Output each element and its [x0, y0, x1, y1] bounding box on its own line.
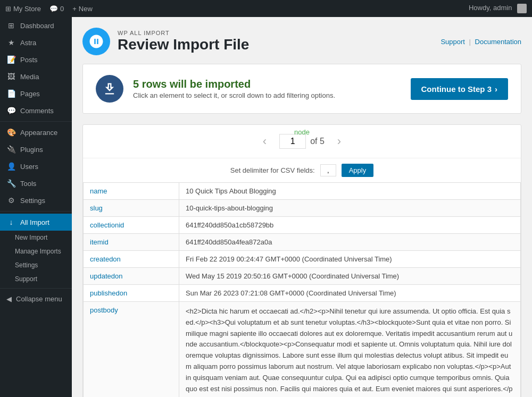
sidebar-label-users: Users [20, 163, 38, 171]
sidebar-item-users[interactable]: 👤 Users [0, 158, 72, 175]
new-import-label: New Import [15, 234, 47, 241]
table-row: updatedonWed May 15 2019 20:50:16 GMT+00… [84, 268, 521, 285]
field-value-cell: 641ff240dd850a4fea872a0a [179, 234, 521, 251]
support-link[interactable]: Support [440, 38, 465, 46]
settings-icon: ⚙ [6, 196, 16, 205]
sidebar-label-pages: Pages [20, 90, 40, 98]
download-icon [102, 81, 117, 96]
field-name-cell[interactable]: itemid [84, 234, 179, 251]
sidebar-subitem-new-import[interactable]: New Import [0, 231, 72, 244]
wp-icon: ⊞ [5, 5, 11, 13]
sidebar-label-media: Media [20, 73, 39, 81]
new-label: New [79, 5, 93, 13]
sidebar-label-tools: Tools [20, 180, 36, 188]
continue-btn-label: Continue to Step 3 [421, 85, 492, 94]
field-name-cell[interactable]: updatedon [84, 268, 179, 285]
sidebar-label-all-import: All Import [20, 218, 49, 226]
field-name-cell[interactable]: publishedon [84, 285, 179, 302]
manage-imports-label: Manage Imports [15, 248, 61, 255]
node-of-label: of 5 [310, 137, 325, 146]
plugin-logo-icon [88, 33, 104, 49]
astra-icon: ★ [6, 38, 16, 47]
sidebar-label-astra: Astra [20, 39, 36, 47]
collapse-icon: ◀ [6, 295, 12, 303]
dashboard-icon: ⊞ [6, 21, 16, 30]
chevron-right-icon: › [495, 85, 497, 94]
sidebar-item-appearance[interactable]: 🎨 Appearance [0, 124, 72, 141]
field-value-cell: 10 Quick Tips About Blogging [179, 183, 521, 200]
plus-icon: + [72, 5, 77, 13]
site-name-link[interactable]: ⊞ My Store [5, 5, 41, 13]
sidebar-subitem-settings[interactable]: Settings [0, 258, 72, 272]
new-content-link[interactable]: + New [72, 5, 93, 13]
field-name-cell[interactable]: postbody [84, 302, 179, 398]
node-number-input[interactable] [279, 134, 306, 149]
field-name-cell[interactable]: createdon [84, 251, 179, 268]
admin-bar: ⊞ My Store 💬 0 + New Howdy, admin [0, 0, 532, 17]
support-label: Support [15, 275, 37, 283]
sidebar-item-plugins[interactable]: 🔌 Plugins [0, 141, 72, 158]
avatar [517, 4, 527, 13]
site-name: My Store [13, 5, 41, 13]
sidebar-item-pages[interactable]: 📄 Pages [0, 85, 72, 102]
field-value-cell: Fri Feb 22 2019 00:24:47 GMT+0000 (Coord… [179, 251, 521, 268]
sidebar-label-settings: Settings [20, 197, 45, 205]
prev-node-button[interactable]: ‹ [257, 132, 272, 150]
sidebar-item-posts[interactable]: 📝 Posts [0, 51, 72, 68]
import-icon-circle [96, 75, 123, 103]
delimiter-label: Set delimiter for CSV fields: [230, 166, 315, 174]
sidebar-item-dashboard[interactable]: ⊞ Dashboard [0, 17, 72, 34]
page-title: Review Import File [118, 36, 249, 53]
posts-icon: 📝 [6, 55, 16, 64]
next-node-button[interactable]: › [332, 132, 346, 150]
sidebar-item-tools[interactable]: 🔧 Tools [0, 175, 72, 192]
import-info-box: 5 rows will be imported Click an element… [82, 64, 521, 114]
rows-count-text: 5 rows will be imported [133, 78, 335, 90]
sidebar-item-settings[interactable]: ⚙ Settings [0, 192, 72, 209]
main-content: WP ALL IMPORT Review Import File Support… [72, 17, 532, 397]
plugin-subtitle: WP ALL IMPORT [118, 30, 249, 36]
table-row: createdonFri Feb 22 2019 00:24:47 GMT+00… [84, 251, 521, 268]
rows-hint-text: Click an element to select it, or scroll… [133, 91, 335, 99]
comment-count: 0 [60, 5, 64, 13]
sidebar-item-astra[interactable]: ★ Astra [0, 34, 72, 51]
field-value-cell: Wed May 15 2019 20:50:16 GMT+0000 (Coord… [179, 268, 521, 285]
field-value-cell: <h2>Dicta hic harum et occaecati ad.</h2… [179, 302, 521, 398]
collapse-menu-button[interactable]: ◀ Collapse menu [0, 291, 72, 307]
sidebar-item-media[interactable]: 🖼 Media [0, 68, 72, 85]
sidebar-subitem-manage-imports[interactable]: Manage Imports [0, 244, 72, 258]
continue-step3-button[interactable]: Continue to Step 3 › [411, 78, 509, 100]
field-value-cell: 641ff240dd850a1cb58729bb [179, 217, 521, 234]
media-icon: 🖼 [6, 72, 16, 81]
sidebar-item-comments[interactable]: 💬 Comments [0, 102, 72, 119]
sidebar-label-posts: Posts [20, 56, 38, 64]
table-row: postbody<h2>Dicta hic harum et occaecati… [84, 302, 521, 398]
header-links: Support | Documentation [440, 38, 521, 46]
field-name-cell[interactable]: collectionid [84, 217, 179, 234]
field-value-cell: Sun Mar 26 2023 07:21:08 GMT+0000 (Coord… [179, 285, 521, 302]
delimiter-input[interactable] [320, 164, 336, 176]
pages-icon: 📄 [6, 89, 16, 98]
field-value-cell: 10-quick-tips-about-blogging [179, 200, 521, 217]
csv-delimiter-row: Set delimiter for CSV fields: Apply [83, 158, 521, 182]
table-row: publishedonSun Mar 26 2023 07:21:08 GMT+… [84, 285, 521, 302]
table-row: name10 Quick Tips About Blogging [84, 183, 521, 200]
collapse-label: Collapse menu [16, 295, 62, 303]
all-import-icon: ↓ [6, 218, 16, 226]
table-row: itemid641ff240dd850a4fea872a0a [84, 234, 521, 251]
separator-1 [0, 121, 72, 122]
apply-delimiter-button[interactable]: Apply [342, 164, 374, 177]
tools-icon: 🔧 [6, 179, 16, 188]
field-name-cell[interactable]: slug [84, 200, 179, 217]
field-name-cell[interactable]: name [84, 183, 179, 200]
plugin-header: WP ALL IMPORT Review Import File Support… [82, 28, 521, 55]
documentation-link[interactable]: Documentation [475, 38, 521, 46]
comments-icon: 💬 [6, 106, 16, 115]
users-icon: 👤 [6, 162, 16, 171]
sidebar-subitem-support[interactable]: Support [0, 272, 72, 286]
data-table: name10 Quick Tips About Bloggingslug10-q… [83, 182, 521, 397]
sidebar-item-all-import[interactable]: ↓ All Import [0, 214, 72, 231]
separator-3 [0, 288, 72, 289]
comments-link[interactable]: 💬 0 [49, 5, 64, 13]
node-navigator: node ‹ of 5 › Set delimiter for CSV fiel… [82, 124, 521, 397]
